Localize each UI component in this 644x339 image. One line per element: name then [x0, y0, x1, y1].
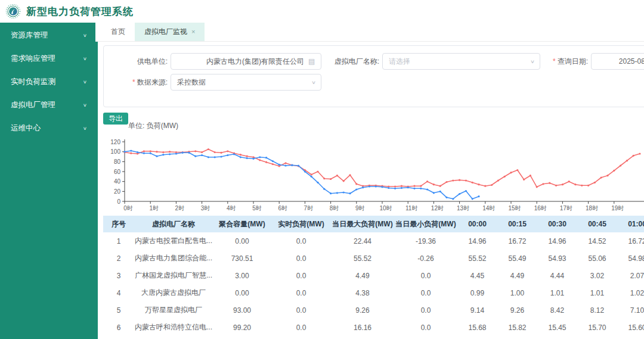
svg-text:1时: 1时	[149, 205, 159, 212]
sidebar-item[interactable]: 运维中心∨	[0, 117, 95, 140]
app-logo-icon	[5, 4, 21, 19]
table-cell: 8.42	[537, 306, 577, 315]
table-row[interactable]: 1内蒙古电投霍白配售电...0.000.022.44-19.3614.9616.…	[103, 232, 644, 250]
table-cell: 15.60	[617, 324, 644, 332]
table-body: 1内蒙古电投霍白配售电...0.000.022.44-19.3614.9616.…	[103, 232, 644, 336]
data-source-select[interactable]: 采控数据 ∨	[171, 74, 321, 91]
svg-text:40: 40	[114, 178, 121, 185]
column-header: 聚合容量(MW)	[213, 219, 271, 229]
table-cell: 内蒙古电力集团综合能...	[134, 253, 213, 263]
table-cell: 4.49	[497, 272, 537, 280]
close-icon[interactable]: ×	[191, 28, 195, 35]
column-header: 00:30	[537, 220, 577, 228]
table-cell: 15.82	[497, 324, 537, 332]
table-cell: 55.52	[331, 254, 394, 263]
sidebar-item-label: 虚拟电厂管理	[11, 94, 55, 117]
supply-unit-input[interactable]	[171, 54, 321, 69]
query-date-input[interactable]	[592, 54, 644, 69]
table-row[interactable]: 2内蒙古电力集团综合能...730.510.055.52-0.2655.5255…	[103, 250, 644, 267]
svg-text:3时: 3时	[201, 205, 210, 212]
sidebar: 资源库管理∨需求响应管理∨实时负荷监测∨虚拟电厂管理∨运维中心∨	[0, 23, 95, 339]
sidebar-item-label: 资源库管理	[11, 24, 48, 47]
tab[interactable]: 虚拟电厂监视×	[135, 23, 205, 41]
column-header: 虚拟电厂名称	[134, 219, 213, 229]
table-cell: 大唐内蒙古虚拟电厂	[134, 288, 213, 298]
table-cell: 730.51	[213, 254, 271, 263]
export-button[interactable]: 导出	[103, 113, 128, 125]
svg-text:14时: 14时	[482, 205, 495, 212]
table-cell: 4.45	[457, 272, 497, 280]
table-cell: 99.20	[213, 324, 271, 332]
table-cell: 3.02	[577, 272, 617, 280]
app-title: 新型电力负荷管理系统	[26, 5, 134, 18]
column-header: 00:00	[457, 220, 497, 228]
table-row[interactable]: 3广林国龙虚拟电厂智慧...3.000.04.490.04.454.494.44…	[103, 267, 644, 284]
tab-label: 首页	[111, 27, 125, 36]
table-cell: 16.72	[617, 237, 644, 245]
table-cell: 9.26	[331, 306, 394, 315]
tab-label: 虚拟电厂监视	[144, 27, 187, 36]
table-row[interactable]: 4大唐内蒙古虚拟电厂0.000.04.380.00.991.001.011.01…	[103, 284, 644, 301]
table-cell: 广林国龙虚拟电厂智慧...	[134, 270, 213, 281]
data-source-value: 采控数据	[177, 74, 311, 90]
sidebar-item[interactable]: 需求响应管理∨	[0, 47, 95, 70]
load-chart: 0204060801001200时1时2时3时4时5时6时7时8时9时10时11…	[103, 132, 644, 213]
sidebar-item[interactable]: 资源库管理∨	[0, 24, 95, 47]
table-cell: 16.72	[497, 237, 537, 245]
table-row[interactable]: 5万帮星星虚拟电厂93.000.09.260.09.149.268.428.12…	[103, 301, 644, 319]
vpp-name-select[interactable]: 请选择 ∨	[382, 53, 540, 70]
filter-panel: 供电单位: ▤ 虚拟电厂名称: 请选择 ∨ *查询日期: *数据来源: 采控数据…	[103, 45, 644, 107]
table-cell: 内蒙古呼和浩特立信电...	[134, 322, 213, 332]
table-cell: 1.01	[577, 289, 617, 297]
table-cell: 4.38	[331, 289, 394, 297]
org-picker-icon[interactable]: ▤	[308, 57, 317, 66]
chevron-down-icon: ∨	[83, 96, 87, 114]
column-header: 00:45	[577, 220, 617, 228]
vpp-table: 序号虚拟电厂名称聚合容量(MW)实时负荷(MW)当日最大负荷(MW)当日最小负荷…	[103, 216, 644, 336]
table-cell: 0.0	[271, 289, 331, 297]
table-cell: 55.52	[457, 254, 497, 263]
table-cell: 3.00	[213, 272, 271, 280]
table-cell: 0.0	[271, 324, 331, 332]
table-cell: 8.12	[577, 306, 617, 315]
tab[interactable]: 首页	[101, 23, 135, 41]
table-cell: 0.0	[394, 272, 457, 280]
svg-text:4时: 4时	[227, 205, 236, 212]
vpp-name-label: 虚拟电厂名称:	[326, 53, 379, 70]
svg-text:12时: 12时	[431, 205, 444, 212]
svg-text:60: 60	[114, 169, 121, 175]
svg-text:13时: 13时	[457, 205, 469, 212]
table-cell: -0.26	[394, 254, 457, 263]
svg-text:17时: 17时	[560, 205, 572, 212]
table-cell: 93.00	[213, 306, 271, 315]
table-cell: 7.10	[617, 306, 644, 315]
svg-text:15时: 15时	[508, 205, 521, 212]
table-cell: 1.01	[537, 289, 577, 297]
table-cell: 55.49	[497, 254, 537, 263]
svg-text:10时: 10时	[379, 205, 392, 212]
table-cell: 1.00	[497, 289, 537, 297]
column-header: 当日最小负荷(MW)	[394, 219, 457, 229]
svg-text:8时: 8时	[330, 205, 339, 212]
table-cell: 16.16	[331, 324, 394, 332]
table-cell: 0.0	[394, 324, 457, 332]
table-cell: 0.0	[394, 306, 457, 315]
load-chart-wrap: 0204060801001200时1时2时3时4时5时6时7时8时9时10时11…	[103, 132, 644, 213]
query-date-label: *查询日期:	[546, 53, 588, 70]
tab-bar: 首页虚拟电厂监视×	[95, 23, 644, 42]
column-header: 序号	[103, 219, 134, 229]
table-cell: 14.96	[537, 237, 577, 245]
sidebar-item[interactable]: 实时负荷监测∨	[0, 70, 95, 94]
table-cell: 0.00	[213, 237, 271, 245]
column-header: 实时负荷(MW)	[271, 219, 331, 229]
table-row[interactable]: 6内蒙古呼和浩特立信电...99.200.016.160.015.6815.82…	[103, 319, 644, 336]
sidebar-item-label: 实时负荷监测	[11, 70, 55, 94]
table-cell: 22.44	[331, 237, 394, 245]
supply-unit-input-box: ▤	[171, 53, 321, 70]
svg-text:2时: 2时	[175, 205, 185, 212]
sidebar-item[interactable]: 虚拟电厂管理∨	[0, 94, 95, 117]
svg-text:7时: 7时	[304, 205, 314, 212]
table-cell: 0.0	[271, 306, 331, 315]
table-cell: 万帮星星虚拟电厂	[134, 305, 213, 315]
svg-text:20: 20	[114, 188, 121, 195]
